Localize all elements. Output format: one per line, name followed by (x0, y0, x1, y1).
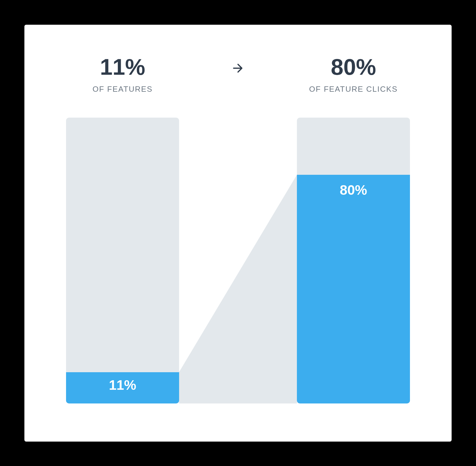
bar-clicks: 80% (297, 118, 410, 403)
bar-clicks-label: 80% (340, 182, 367, 403)
bar-clicks-fill: 80% (297, 175, 410, 403)
header-clicks: 80% OF FEATURE CLICKS (297, 54, 410, 94)
header-clicks-label: OF FEATURE CLICKS (297, 85, 410, 94)
header-features: 11% OF FEATURES (66, 54, 179, 94)
chart-card: 11% OF FEATURES 80% OF FEATURE CLICKS 11… (24, 25, 452, 442)
header-features-value: 11% (66, 54, 179, 80)
bar-features-fill: 11% (66, 372, 179, 404)
header-clicks-value: 80% (297, 54, 410, 80)
svg-marker-1 (179, 175, 297, 403)
arrow-icon (231, 62, 245, 75)
header-features-label: OF FEATURES (66, 85, 179, 94)
bars-area: 11% 80% (66, 118, 410, 403)
bar-features: 11% (66, 118, 179, 403)
bar-features-label: 11% (109, 377, 136, 404)
chart-headers: 11% OF FEATURES 80% OF FEATURE CLICKS (66, 54, 410, 94)
bar-features-bg (66, 118, 179, 403)
bar-connector (179, 118, 297, 403)
